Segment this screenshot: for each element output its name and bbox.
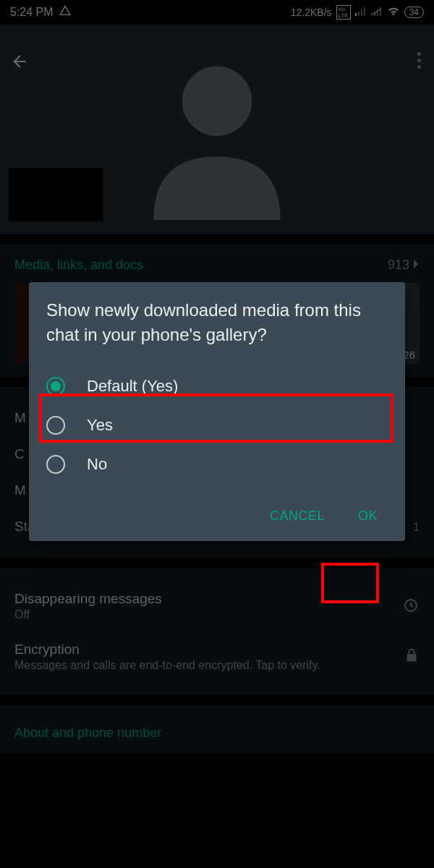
- media-visibility-dialog: Show newly downloaded media from this ch…: [29, 282, 405, 541]
- radio-option-default[interactable]: Default (Yes): [46, 367, 388, 406]
- radio-label: Yes: [87, 416, 113, 435]
- radio-label: No: [87, 455, 107, 474]
- radio-label: Default (Yes): [87, 377, 178, 396]
- radio-option-no[interactable]: No: [46, 445, 388, 484]
- radio-option-yes[interactable]: Yes: [46, 406, 388, 445]
- dialog-title: Show newly downloaded media from this ch…: [46, 298, 388, 346]
- radio-icon: [46, 377, 65, 396]
- radio-icon: [46, 455, 65, 474]
- radio-icon: [46, 416, 65, 435]
- ok-button[interactable]: OK: [348, 501, 388, 531]
- cancel-button[interactable]: CANCEL: [260, 501, 335, 531]
